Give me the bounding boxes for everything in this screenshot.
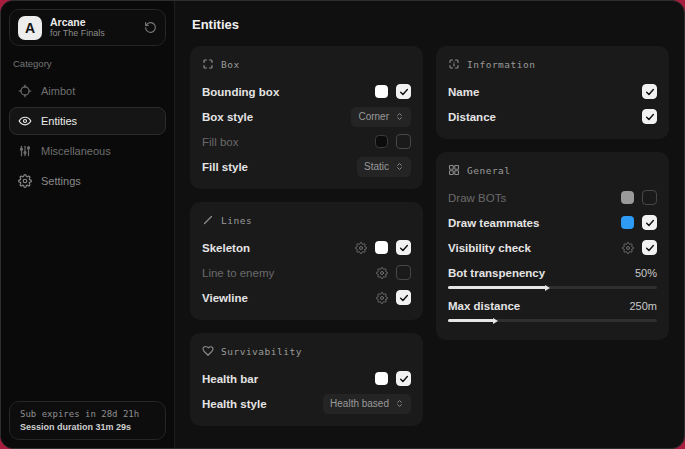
line-to-enemy-checkbox[interactable] xyxy=(396,265,411,280)
sliders-icon xyxy=(18,144,32,158)
setting-row-line-to-enemy: Line to enemy xyxy=(202,260,411,285)
general-card: General Draw BOTs Draw teammates xyxy=(436,152,669,340)
color-swatch[interactable] xyxy=(375,372,388,385)
bot-transparency-slider[interactable] xyxy=(448,286,657,289)
survivability-card: Survivability Health bar Health style He… xyxy=(190,333,423,426)
page-title: Entities xyxy=(192,17,667,32)
app-title-block: Arcane for The Finals xyxy=(50,16,136,38)
main-content: Entities Box Bounding box xyxy=(175,1,684,448)
color-swatch[interactable] xyxy=(621,191,634,204)
gear-icon[interactable] xyxy=(376,292,388,304)
draw-teammates-checkbox[interactable] xyxy=(642,215,657,230)
card-title: Lines xyxy=(221,215,252,226)
information-card: Information Name Distance xyxy=(436,46,669,139)
sidebar-item-label: Entities xyxy=(41,115,77,127)
crosshair-icon xyxy=(18,84,32,98)
card-title: Box xyxy=(221,59,240,70)
app-window: A Arcane for The Finals Category Aimbot … xyxy=(0,0,685,449)
color-swatch[interactable] xyxy=(375,135,388,148)
chevrons-up-down-icon xyxy=(395,399,404,408)
skeleton-checkbox[interactable] xyxy=(396,240,411,255)
refresh-icon[interactable] xyxy=(144,21,157,34)
card-title: General xyxy=(467,165,511,176)
left-column: Box Bounding box Box style Corner xyxy=(190,46,423,439)
grid-icon xyxy=(448,164,460,176)
setting-row-draw-bots: Draw BOTs xyxy=(448,185,657,210)
sidebar-item-settings[interactable]: Settings xyxy=(9,167,166,195)
setting-row-distance: Distance xyxy=(448,104,657,129)
box-style-dropdown[interactable]: Corner xyxy=(351,107,411,127)
setting-row-health-bar: Health bar xyxy=(202,366,411,391)
health-style-dropdown[interactable]: Health based xyxy=(323,394,411,414)
gear-icon[interactable] xyxy=(355,242,367,254)
diagonal-line-icon xyxy=(202,214,214,226)
draw-bots-checkbox[interactable] xyxy=(642,190,657,205)
sidebar-item-label: Aimbot xyxy=(41,85,75,97)
sidebar: A Arcane for The Finals Category Aimbot … xyxy=(1,1,175,448)
chevrons-up-down-icon xyxy=(395,162,404,171)
setting-row-health-style: Health style Health based xyxy=(202,391,411,416)
name-checkbox[interactable] xyxy=(642,84,657,99)
app-subtitle: for The Finals xyxy=(50,28,136,38)
subscription-status-card: Sub expires in 28d 21h Session duration … xyxy=(9,401,166,440)
chevrons-up-down-icon xyxy=(395,112,404,121)
sub-expiry-text: Sub expires in 28d 21h xyxy=(20,409,155,419)
corner-brackets-icon xyxy=(202,58,214,70)
viewline-checkbox[interactable] xyxy=(396,290,411,305)
sidebar-item-label: Miscellaneous xyxy=(41,145,111,157)
setting-row-fill-box: Fill box xyxy=(202,129,411,154)
category-label: Category xyxy=(13,58,162,69)
app-name: Arcane xyxy=(50,16,136,28)
box-card: Box Bounding box Box style Corner xyxy=(190,46,423,189)
sidebar-item-aimbot[interactable]: Aimbot xyxy=(9,77,166,105)
card-title: Information xyxy=(467,59,535,70)
setting-row-name: Name xyxy=(448,79,657,104)
max-distance-value: 250m xyxy=(629,300,657,312)
app-logo-card: A Arcane for The Finals xyxy=(9,9,166,46)
setting-row-visibility-check: Visibility check xyxy=(448,235,657,260)
setting-row-max-distance: Max distance 250m xyxy=(448,297,657,322)
color-swatch[interactable] xyxy=(375,241,388,254)
setting-row-fill-style: Fill style Static xyxy=(202,154,411,179)
sidebar-item-miscellaneous[interactable]: Miscellaneous xyxy=(9,137,166,165)
max-distance-slider[interactable] xyxy=(448,319,657,322)
bot-transparency-value: 50% xyxy=(635,267,657,279)
card-title: Survivability xyxy=(221,346,302,357)
fill-box-checkbox[interactable] xyxy=(396,134,411,149)
setting-row-bounding-box: Bounding box xyxy=(202,79,411,104)
sidebar-item-label: Settings xyxy=(41,175,81,187)
session-duration-text: Session duration 31m 29s xyxy=(20,422,155,432)
gear-icon[interactable] xyxy=(622,242,634,254)
info-scan-icon xyxy=(448,58,460,70)
gear-icon[interactable] xyxy=(376,267,388,279)
color-swatch[interactable] xyxy=(621,216,634,229)
sidebar-item-entities[interactable]: Entities xyxy=(9,107,166,135)
bounding-box-checkbox[interactable] xyxy=(396,84,411,99)
lines-card: Lines Skeleton Line to enemy xyxy=(190,202,423,320)
setting-row-draw-teammates: Draw teammates xyxy=(448,210,657,235)
heart-icon xyxy=(202,345,214,357)
fill-style-dropdown[interactable]: Static xyxy=(357,157,411,177)
color-swatch[interactable] xyxy=(375,85,388,98)
setting-row-box-style: Box style Corner xyxy=(202,104,411,129)
right-column: Information Name Distance xyxy=(436,46,669,439)
distance-checkbox[interactable] xyxy=(642,109,657,124)
eye-icon xyxy=(18,114,32,128)
setting-row-viewline: Viewline xyxy=(202,285,411,310)
visibility-check-checkbox[interactable] xyxy=(642,240,657,255)
health-bar-checkbox[interactable] xyxy=(396,371,411,386)
app-logo: A xyxy=(18,16,42,40)
gear-icon xyxy=(18,174,32,188)
setting-row-bot-transparency: Bot transpenency 50% xyxy=(448,264,657,289)
setting-row-skeleton: Skeleton xyxy=(202,235,411,260)
